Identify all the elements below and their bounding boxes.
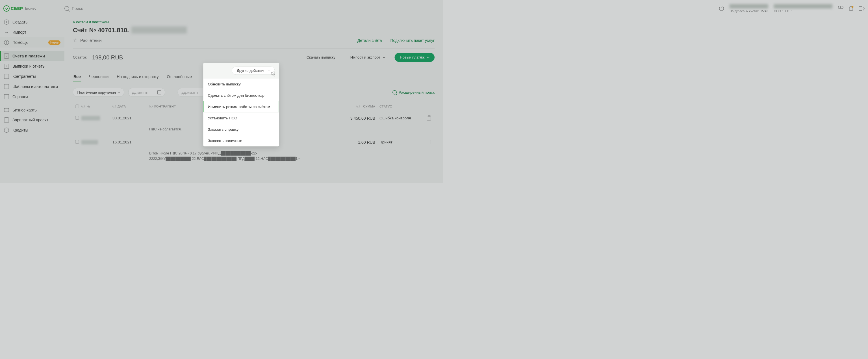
tab-all[interactable]: Все — [73, 75, 82, 82]
row-date: 30.01.2021 — [113, 116, 149, 120]
help-icon — [4, 40, 9, 45]
dropdown-item-refresh[interactable]: Обновить выписку — [204, 78, 279, 90]
logo-brand: СБЕР — [11, 6, 23, 11]
sidebar-create[interactable]: Создать — [0, 17, 64, 27]
sidebar-help[interactable]: ПомощьНовое — [0, 37, 64, 48]
salary-icon — [4, 117, 9, 122]
cards-icon — [4, 108, 9, 112]
calendar-icon — [157, 90, 161, 94]
print-icon[interactable] — [427, 140, 431, 144]
chevron-down-icon — [427, 56, 430, 58]
row-date: 16.01.2021 — [113, 140, 149, 144]
templates-icon — [4, 84, 9, 89]
sidebar-references[interactable]: Справки — [0, 92, 64, 102]
dropdown-item-order-cash[interactable]: Заказать наличные — [204, 135, 279, 146]
balance-label: Остаток — [73, 55, 87, 60]
doc-type-select[interactable]: Платёжные поручения — [73, 88, 124, 97]
sidebar-counterparties[interactable]: Контрагенты — [0, 71, 64, 81]
notifications-badge — [851, 6, 854, 8]
references-icon — [4, 94, 9, 99]
search-placeholder: Поиск — [72, 6, 83, 11]
search-icon — [64, 6, 69, 11]
sidebar-statements[interactable]: Выписки и отчёты — [0, 61, 64, 71]
dropdown-item-order-ref[interactable]: Заказать справку — [204, 123, 279, 135]
new-payment-button[interactable]: Новый платёж — [395, 53, 435, 62]
sidebar-import[interactable]: Импорт — [0, 27, 64, 37]
other-actions-button[interactable]: Другие действия — [232, 67, 275, 75]
row-checkbox[interactable] — [75, 140, 79, 144]
row-sum: 1,00 RUB — [330, 140, 375, 144]
sidebar: Создать Импорт ПомощьНовое Счета и плате… — [0, 0, 64, 183]
sort-icon[interactable] — [113, 105, 116, 108]
dropdown-item-nso[interactable]: Установить НСО — [204, 112, 279, 123]
account-details-link[interactable]: Детали счёта — [358, 38, 382, 43]
sort-icon[interactable] — [356, 105, 360, 108]
sort-icon[interactable] — [82, 105, 85, 108]
balance-amount: 198,00 RUB — [92, 54, 123, 61]
refresh-icon[interactable] — [719, 6, 724, 11]
header-balance: ████████ На рублёвых счетах, 15:42 — [730, 4, 768, 13]
company-name: ООО "ТЕСТ" — [774, 9, 832, 13]
select-all-checkbox[interactable] — [75, 105, 79, 108]
counterparties-icon — [4, 74, 9, 79]
balance-masked: ████████ — [730, 4, 768, 8]
global-search[interactable]: Поиск — [64, 6, 83, 11]
tab-drafts[interactable]: Черновики — [88, 75, 110, 82]
sort-icon[interactable] — [149, 105, 153, 108]
import-icon — [4, 30, 9, 35]
notifications-icon[interactable] — [849, 6, 853, 11]
account-type: Расчётный — [80, 38, 102, 43]
payments-icon — [4, 53, 9, 59]
dropdown-item-change-mode[interactable]: Изменить режим работы со счётом — [204, 101, 279, 112]
logo-sub: Бизнес — [25, 6, 36, 10]
favorite-star-icon[interactable] — [73, 38, 78, 43]
account-package-link[interactable]: Подключить пакет услуг — [391, 38, 435, 43]
trash-icon[interactable] — [427, 116, 431, 120]
advanced-search-link[interactable]: Расширенный поиск — [393, 90, 435, 95]
company-masked: ████████████████ — [774, 4, 832, 8]
breadcrumb-back[interactable]: К счетам и платежам — [73, 20, 435, 24]
chevron-down-icon — [382, 56, 385, 58]
row-status: Принят — [375, 140, 423, 144]
sidebar-accounts[interactable]: Счета и платежи — [0, 51, 64, 61]
account-title: Счёт № 40701.810. ██████████ — [73, 27, 435, 34]
import-export-button[interactable]: Импорт и экспорт — [345, 53, 391, 62]
sidebar-credits[interactable]: Кредиты — [0, 125, 64, 135]
sidebar-cards[interactable]: Бизнес-карты — [0, 105, 64, 115]
sber-logo-icon — [3, 5, 10, 11]
plus-icon — [4, 20, 9, 25]
balance-subtext: На рублёвых счетах, 15:42 — [730, 9, 768, 13]
date-from-input[interactable]: дд.мм.гггг — [128, 88, 165, 97]
download-statement-button[interactable]: Скачать выписку — [301, 53, 341, 62]
credits-icon — [4, 128, 9, 133]
logout-icon[interactable] — [859, 6, 862, 11]
row-checkbox[interactable] — [75, 116, 79, 120]
row-sum: 3 450,00 RUB — [330, 116, 375, 120]
app-logo[interactable]: СБЕР Бизнес — [3, 0, 36, 17]
sidebar-templates[interactable]: Шаблоны и автоплатежи — [0, 81, 64, 92]
users-icon[interactable] — [838, 6, 843, 11]
statements-icon — [4, 64, 9, 69]
sidebar-salary[interactable]: Зарплатный проект — [0, 115, 64, 125]
search-icon — [393, 90, 397, 94]
other-actions-dropdown: Другие действия Обновить выписку Сделать… — [203, 63, 279, 146]
header-company[interactable]: ████████████████ ООО "ТЕСТ" — [774, 4, 832, 13]
dropdown-item-bizcard[interactable]: Сделать счётом для бизнес-карт — [204, 90, 279, 101]
help-badge: Новое — [48, 40, 60, 45]
row-status: Ошибка контроля — [375, 116, 423, 120]
tab-tosign[interactable]: На подпись и отправку — [116, 75, 159, 82]
chevron-down-icon — [118, 91, 120, 93]
triangle-up-icon — [268, 70, 270, 71]
tab-rejected[interactable]: Отклонённые — [166, 75, 192, 82]
